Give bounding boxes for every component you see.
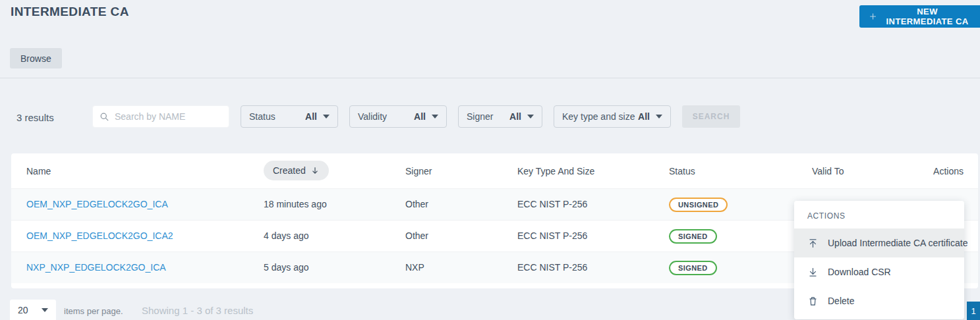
signer-cell: Other	[405, 199, 428, 209]
trash-icon	[807, 296, 819, 307]
status-badge: SIGNED	[669, 229, 717, 244]
upload-icon	[807, 238, 819, 249]
filter-dropdown-status[interactable]: Status All	[241, 105, 338, 128]
created-cell: 18 minutes ago	[264, 199, 327, 209]
plus-icon	[869, 11, 877, 22]
key-type-cell: ECC NIST P-256	[517, 199, 587, 209]
items-per-page-label: items per page.	[64, 306, 123, 316]
column-header-actions: Actions	[933, 166, 964, 176]
filter-dropdown-signer[interactable]: Signer All	[458, 105, 542, 128]
menu-item-download-csr[interactable]: Download CSR	[794, 257, 964, 286]
created-cell: 5 days ago	[264, 262, 309, 273]
filter-value: All	[305, 111, 317, 122]
chevron-down-icon	[527, 115, 534, 119]
chevron-down-icon	[42, 308, 48, 312]
column-header-signer[interactable]: Signer	[405, 166, 432, 176]
menu-item-upload-intermediate-ca-certificate[interactable]: Upload Intermediate CA certificate	[794, 228, 964, 257]
key-type-cell: ECC NIST P-256	[517, 262, 587, 273]
ca-name-link[interactable]: OEM_NXP_EDGELOCK2GO_ICA2	[26, 230, 173, 241]
column-header-valid-to[interactable]: Valid To	[812, 166, 844, 176]
new-intermediate-ca-button[interactable]: NEW INTERMEDIATE CA	[859, 5, 980, 28]
filter-value: All	[638, 111, 650, 122]
chevron-down-icon	[432, 115, 438, 119]
column-header-created-sort[interactable]: Created	[264, 161, 329, 180]
pagination-page-1[interactable]: 1	[967, 302, 980, 320]
search-icon	[100, 112, 109, 122]
filter-value: All	[509, 111, 521, 122]
menu-item-label: Upload Intermediate CA certificate	[828, 238, 967, 248]
menu-item-delete[interactable]: Delete	[794, 286, 964, 315]
search-box[interactable]	[92, 105, 229, 128]
signer-cell: NXP	[405, 262, 424, 273]
filter-dropdown-key-type-and-size[interactable]: Key type and size All	[554, 105, 671, 128]
column-header-key-type-and-size[interactable]: Key Type And Size	[517, 166, 594, 176]
menu-item-label: Download CSR	[828, 267, 891, 277]
tab-browse[interactable]: Browse	[10, 48, 62, 68]
menu-item-label: Delete	[828, 296, 854, 306]
new-intermediate-ca-label: NEW INTERMEDIATE CA	[884, 7, 971, 26]
signer-cell: Other	[405, 230, 428, 241]
chevron-down-icon	[323, 115, 330, 119]
page-title: INTERMEDIATE CA	[11, 5, 129, 19]
filter-label: Status	[249, 111, 305, 122]
items-per-page-value: 20	[18, 305, 42, 315]
filter-dropdown-validity[interactable]: Validity All	[349, 105, 447, 128]
status-badge: UNSIGNED	[669, 198, 728, 212]
column-header-status[interactable]: Status	[669, 166, 695, 176]
filter-label: Validity	[358, 111, 414, 122]
search-input[interactable]	[115, 111, 222, 122]
results-count: 3 results	[16, 112, 54, 123]
column-header-created-label: Created	[273, 165, 306, 176]
table-header-row: Name Created Signer Key Type And Size St…	[11, 153, 978, 188]
created-cell: 4 days ago	[264, 230, 309, 241]
chevron-down-icon	[656, 115, 662, 119]
search-button[interactable]: SEARCH	[682, 105, 740, 128]
key-type-cell: ECC NIST P-256	[517, 230, 587, 241]
status-badge: SIGNED	[669, 261, 717, 275]
download-icon	[807, 267, 819, 278]
filter-value: All	[414, 111, 426, 122]
ca-name-link[interactable]: OEM_NXP_EDGELOCK2GO_ICA	[26, 199, 168, 209]
actions-popup-menu: ACTIONS Upload Intermediate CA certifica…	[794, 201, 964, 319]
ca-name-link[interactable]: NXP_NXP_EDGELOCK2GO_ICA	[26, 262, 166, 273]
showing-results-text: Showing 1 - 3 of 3 results	[142, 305, 253, 316]
filter-label: Key type and size	[562, 111, 638, 122]
filter-label: Signer	[467, 111, 509, 122]
sort-desc-arrow-icon	[310, 166, 320, 175]
header-divider	[0, 78, 980, 78]
actions-menu-title: ACTIONS	[794, 201, 964, 228]
column-header-name[interactable]: Name	[26, 166, 51, 176]
items-per-page-select[interactable]: 20	[10, 300, 56, 320]
